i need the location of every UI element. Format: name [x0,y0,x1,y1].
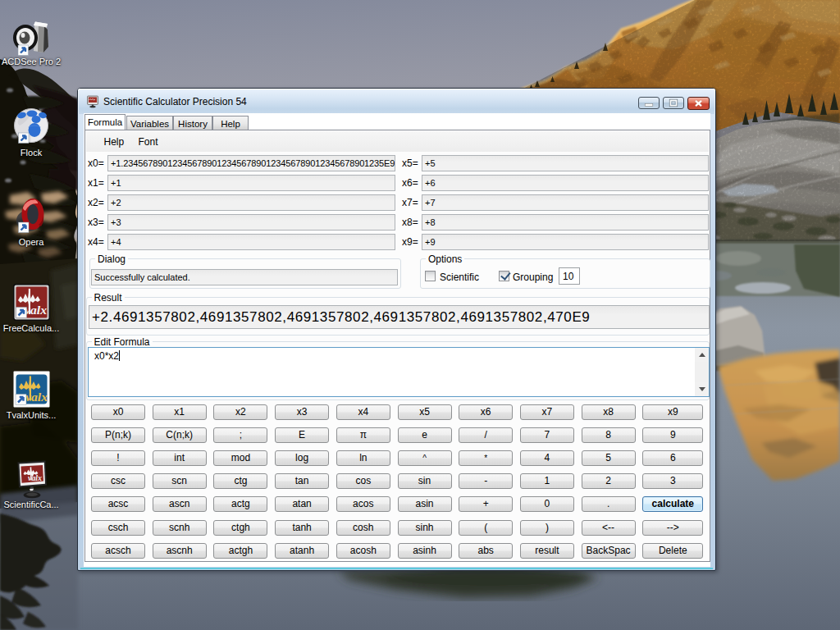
svg-text:valx: valx [28,474,42,482]
svg-text:valx: valx [25,390,48,404]
svg-text:valx: valx [25,304,48,317]
